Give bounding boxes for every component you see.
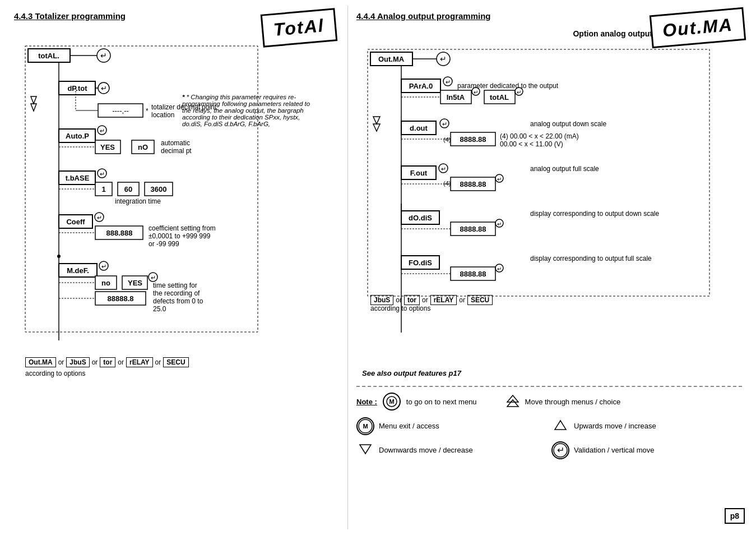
- svg-text:↵: ↵: [497, 221, 502, 227]
- svg-text:↵: ↵: [101, 84, 107, 93]
- svg-text:decimal pt: decimal pt: [161, 147, 192, 155]
- svg-marker-12: [31, 96, 36, 104]
- menu-icon: M: [356, 417, 374, 435]
- footer-item-down: Downwards move / decrease: [356, 440, 547, 460]
- svg-text:YES: YES: [128, 279, 142, 287]
- footer-item-enter: ↵ Validation / vertical move: [551, 440, 742, 460]
- svg-marker-151: [507, 395, 518, 402]
- up-icon: [551, 416, 569, 436]
- note-label: Note :: [356, 398, 377, 406]
- right-title: 4.4.4 Analog output programming: [356, 11, 490, 21]
- svg-text:In5tA: In5tA: [447, 93, 465, 102]
- svg-marker-152: [507, 400, 518, 407]
- svg-text:↵: ↵: [100, 127, 105, 134]
- right-options-row: JbuS or tor or rELAY or SECU: [370, 295, 493, 305]
- svg-text:88888.8: 88888.8: [108, 294, 134, 303]
- svg-text:↵: ↵: [497, 176, 502, 182]
- r-option-relay: rELAY: [430, 295, 457, 305]
- svg-text:3600: 3600: [151, 185, 167, 193]
- star-note: * * Changing this parameter requires re-…: [182, 94, 317, 127]
- svg-text:↵: ↵: [441, 165, 446, 172]
- svg-text:nO: nO: [138, 143, 148, 151]
- svg-text:Auto.P: Auto.P: [66, 132, 89, 140]
- svg-text:time setting for: time setting for: [153, 282, 197, 289]
- left-diagram-svg: totAL. ↵ dP.tot ↵ ----,--: [14, 26, 339, 374]
- svg-text:8888.88: 8888.88: [460, 135, 486, 144]
- svg-text:the recording of: the recording of: [153, 289, 200, 297]
- svg-text:8888.88: 8888.88: [460, 180, 486, 188]
- right-panel: 4.4.4 Analog output programming Out.MA O…: [348, 6, 750, 529]
- move-updown-icon: [505, 393, 521, 411]
- svg-text:dO.diS: dO.diS: [409, 214, 432, 222]
- svg-line-20: [59, 110, 98, 117]
- svg-text:automatic: automatic: [161, 139, 190, 147]
- down-label: Downwards move / decrease: [379, 446, 473, 454]
- footer-grid: M Menu exit / access Upwards move / incr…: [356, 416, 742, 460]
- svg-text:defects from 0 to: defects from 0 to: [153, 297, 203, 305]
- svg-text:dP.tot: dP.tot: [67, 84, 87, 93]
- svg-text:or -99 999: or -99 999: [149, 240, 179, 248]
- footer-item-menu: M Menu exit / access: [356, 416, 547, 436]
- svg-text:integration time: integration time: [115, 197, 161, 205]
- menu-label: Menu exit / access: [379, 422, 439, 430]
- svg-text:↵: ↵: [440, 54, 447, 63]
- svg-text:↵: ↵: [97, 214, 102, 221]
- svg-text:↵: ↵: [442, 121, 447, 127]
- svg-text:----,--: ----,--: [112, 107, 129, 115]
- down-icon: [356, 440, 374, 460]
- svg-marker-155: [555, 421, 566, 430]
- svg-text:Coeff: Coeff: [66, 218, 85, 226]
- page-badge: p8: [725, 508, 745, 524]
- left-title: 4.4.3 Totalizer programming: [14, 11, 126, 21]
- svg-text:25.0: 25.0: [153, 305, 166, 313]
- svg-text:↵: ↵: [474, 89, 478, 95]
- svg-text:F.out: F.out: [410, 169, 428, 177]
- svg-text:↵: ↵: [151, 274, 156, 281]
- move-desc: Move through menus / choice: [525, 398, 621, 406]
- left-panel: 4.4.3 Totalizer programming TotAl totAL.…: [6, 6, 348, 529]
- svg-text:↵: ↵: [100, 170, 105, 177]
- svg-text:totAL.: totAL.: [38, 52, 59, 60]
- svg-text:M.deF.: M.deF.: [67, 266, 89, 275]
- footer-item-up: Upwards move / increase: [551, 416, 742, 436]
- svg-text:↵: ↵: [101, 263, 106, 270]
- svg-text:no: no: [101, 279, 110, 287]
- r-or-2: or: [422, 296, 428, 304]
- svg-text:*: *: [146, 107, 149, 115]
- left-diagram-area: totAL. ↵ dP.tot ↵ ----,--: [14, 26, 339, 374]
- svg-text:8888.88: 8888.88: [460, 270, 486, 278]
- svg-text:↵: ↵: [100, 51, 107, 60]
- svg-text:8888.88: 8888.88: [460, 225, 486, 233]
- svg-text:M: M: [363, 423, 368, 430]
- svg-text:↵: ↵: [557, 445, 564, 455]
- svg-text:analog output full scale: analog output full scale: [530, 165, 599, 173]
- enter-icon: ↵: [551, 441, 569, 459]
- svg-marker-156: [360, 445, 371, 454]
- right-options-note: according to options: [370, 305, 430, 312]
- r-option-secu: SECU: [467, 295, 493, 305]
- svg-text:parameter dedicated to the out: parameter dedicated to the output: [457, 82, 559, 90]
- svg-text:±0,0001 to +999 999: ±0,0001 to +999 999: [149, 232, 211, 240]
- svg-text:(4): (4): [443, 136, 451, 143]
- svg-text:display corresponding to outpu: display corresponding to output down sca…: [530, 210, 659, 218]
- see-also[interactable]: See also output features p17: [362, 369, 742, 377]
- svg-text:Out.MA: Out.MA: [378, 55, 405, 63]
- svg-text:coefficient setting from: coefficient setting from: [149, 224, 216, 232]
- r-or-1: or: [396, 296, 402, 304]
- right-diagram-svg: Out.MA ↵ PArA.0 ↵ parameter dedicated to…: [356, 41, 738, 366]
- svg-text:888.888: 888.888: [106, 229, 133, 237]
- svg-text:FO.diS: FO.diS: [409, 259, 432, 267]
- r-option-jbus: JbuS: [370, 295, 393, 305]
- svg-text:YES: YES: [100, 143, 115, 151]
- r-or-3: or: [459, 296, 465, 304]
- footer-note: Note : M to go on to next menu: [356, 386, 742, 460]
- svg-marker-102: [373, 124, 380, 131]
- svg-text:totAL: totAL: [490, 93, 509, 102]
- svg-text:t.bASE: t.bASE: [66, 174, 90, 182]
- svg-text:60: 60: [124, 185, 132, 193]
- svg-text:d.out: d.out: [410, 124, 428, 132]
- enter-label: Validation / vertical move: [574, 446, 655, 454]
- svg-text:1: 1: [101, 185, 105, 193]
- press-desc: to go on to next menu: [406, 398, 477, 406]
- svg-text:display corresponding to outpu: display corresponding to output full sca…: [530, 255, 652, 262]
